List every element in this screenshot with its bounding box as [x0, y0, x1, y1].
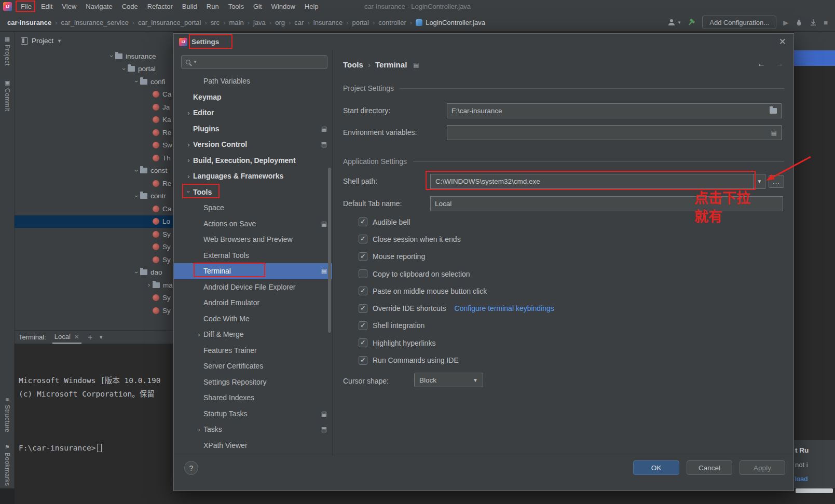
terminal-console[interactable]: Microsoft Windows [版本 10.0.190(c) Micros… [15, 344, 173, 504]
tree-row[interactable]: Ca [15, 88, 173, 101]
start-directory-field[interactable]: F:\car-insurance [447, 103, 782, 118]
active-editor-tab-fragment[interactable] [794, 50, 835, 66]
tool-window-button[interactable]: ⚑ Bookmarks [4, 444, 11, 486]
tree-row[interactable]: Th [15, 152, 173, 165]
list-icon[interactable]: ▤ [771, 129, 777, 137]
settings-nav-item[interactable]: Android Device File Explorer [174, 279, 332, 295]
settings-nav-item[interactable]: Settings Repository [174, 374, 332, 390]
tree-row[interactable]: › contr [15, 190, 173, 203]
breadcrumb-item[interactable]: › car_insurance_portal [129, 19, 201, 26]
checkbox[interactable] [359, 338, 367, 347]
tree-row[interactable]: Sy [15, 253, 173, 266]
menu-item[interactable]: Refactor [143, 1, 177, 12]
checkbox[interactable] [359, 356, 367, 365]
breadcrumb-item[interactable]: › src [201, 19, 220, 26]
cursor-shape-select[interactable]: Block ▼ [414, 373, 483, 387]
breadcrumb-item[interactable]: › portal [343, 19, 369, 26]
menu-item[interactable]: Help [300, 1, 323, 12]
settings-nav-item[interactable]: › Version Control ▤ [174, 137, 332, 153]
tree-row[interactable]: Re [15, 126, 173, 139]
tree-chevron-icon[interactable]: › [145, 281, 153, 289]
add-configuration-button[interactable]: Add Configuration... [702, 16, 776, 29]
settings-nav-item[interactable]: › Tasks ▤ [174, 421, 332, 438]
checkbox[interactable] [359, 235, 367, 243]
settings-nav-item[interactable]: Android Emulator [174, 295, 332, 311]
settings-search-input[interactable] [200, 58, 323, 66]
breadcrumb-item[interactable]: › car-insurance [7, 19, 51, 26]
tree-row[interactable]: Sy [15, 304, 173, 317]
forward-arrow-icon[interactable]: → [775, 59, 784, 69]
tree-row[interactable]: › insurance [15, 50, 173, 63]
menu-item[interactable]: View [57, 1, 81, 12]
settings-nav-scrollbar[interactable] [328, 168, 331, 333]
settings-nav-item[interactable]: Actions on Save ▤ [174, 216, 332, 232]
breadcrumb-item[interactable]: › controller [369, 19, 406, 26]
user-dropdown-arrow-icon[interactable]: ▾ [678, 20, 681, 25]
tree-row[interactable]: Ca [15, 202, 173, 215]
menu-item[interactable]: Build [177, 1, 202, 12]
tree-row[interactable]: Sy [15, 241, 173, 254]
checkbox[interactable] [359, 217, 367, 226]
download-icon[interactable] [810, 19, 817, 26]
tree-row[interactable]: Sy [15, 228, 173, 241]
menu-item[interactable]: Git [249, 1, 267, 12]
build-hammer-icon[interactable] [687, 18, 695, 26]
checkbox[interactable] [359, 321, 367, 330]
chevron-icon[interactable]: › [184, 141, 193, 148]
notification-link-fragment[interactable]: load [795, 475, 808, 483]
checkbox[interactable] [359, 269, 367, 278]
menu-item[interactable]: Tools [224, 1, 249, 12]
settings-nav-item[interactable]: Plugins ▤ [174, 121, 332, 137]
settings-nav-item[interactable]: Startup Tasks ▤ [174, 406, 332, 422]
tree-row[interactable]: Lo [15, 215, 173, 228]
ok-button[interactable]: OK [633, 460, 679, 475]
chevron-icon[interactable]: › [184, 109, 193, 117]
tree-row[interactable]: › const [15, 165, 173, 178]
dialog-title-bar[interactable]: IJ Settings ✕ [174, 34, 793, 50]
breadcrumb-item[interactable]: › insurance [304, 19, 343, 26]
breadcrumb-tools[interactable]: Tools [343, 60, 363, 69]
tree-chevron-icon[interactable]: › [133, 269, 140, 276]
tool-window-button[interactable]: ▣ Commit [4, 79, 11, 111]
breadcrumb-item[interactable]: › LoginController.java [406, 19, 485, 26]
tree-chevron-icon[interactable]: › [133, 167, 140, 174]
chevron-icon[interactable]: › [184, 156, 193, 164]
tree-row[interactable]: Re [15, 177, 173, 190]
tree-row[interactable]: › dao [15, 266, 173, 279]
tree-chevron-icon[interactable]: › [133, 193, 140, 200]
checkbox[interactable] [359, 304, 367, 313]
tree-row[interactable]: Ka [15, 114, 173, 127]
settings-nav-item[interactable]: Code With Me [174, 311, 332, 327]
stop-icon[interactable]: ■ [824, 19, 828, 26]
settings-nav-item[interactable]: Features Trainer [174, 343, 332, 359]
chevron-icon[interactable]: › [195, 331, 203, 338]
tree-row[interactable]: Sw [15, 139, 173, 152]
tree-row[interactable]: › ma [15, 279, 173, 292]
tree-row[interactable]: › portal [15, 63, 173, 76]
settings-nav-item[interactable]: › Editor [174, 105, 332, 121]
menu-item[interactable]: Window [267, 1, 300, 12]
close-tab-icon[interactable]: ✕ [74, 333, 79, 340]
debug-bug-icon[interactable] [795, 19, 803, 26]
tree-row[interactable]: › confi [15, 75, 173, 88]
settings-nav-item[interactable]: External Tools [174, 248, 332, 264]
back-arrow-icon[interactable]: ← [757, 59, 765, 69]
chevron-icon[interactable]: › [184, 172, 193, 180]
cancel-button[interactable]: Cancel [687, 460, 732, 475]
settings-search-box[interactable]: ▼ [181, 55, 327, 69]
settings-nav-item[interactable]: › Diff & Merge [174, 326, 332, 343]
menu-item[interactable]: Code [117, 1, 143, 12]
breadcrumb-item[interactable]: › car [285, 19, 304, 26]
run-icon[interactable]: ▶ [783, 19, 788, 26]
terminal-dropdown-icon[interactable]: ▼ [99, 335, 103, 340]
tree-row[interactable]: Ja [15, 101, 173, 114]
help-button[interactable]: ? [184, 461, 198, 475]
checkbox[interactable] [359, 252, 367, 261]
close-dialog-icon[interactable]: ✕ [779, 36, 786, 47]
settings-nav-item[interactable]: Keymap [174, 89, 332, 105]
settings-nav-item[interactable]: Web Browsers and Preview [174, 231, 332, 248]
project-view-dropdown-icon[interactable]: ▼ [57, 38, 62, 44]
folder-icon[interactable] [770, 108, 777, 114]
tree-chevron-icon[interactable]: › [108, 52, 115, 60]
breadcrumb-item[interactable]: › org [266, 19, 285, 26]
